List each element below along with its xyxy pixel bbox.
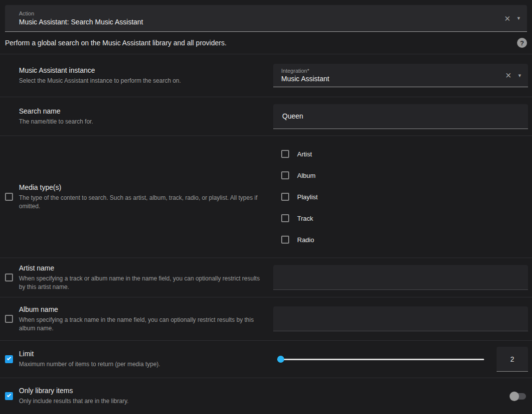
artist-name-field: [273, 265, 528, 290]
limit-checkbox[interactable]: [5, 355, 13, 363]
option-label: Playlist: [297, 193, 318, 201]
album-name-input[interactable]: [281, 314, 520, 323]
search-name-field: [273, 104, 528, 129]
media-types-checkbox[interactable]: [5, 193, 13, 201]
help-icon[interactable]: ?: [517, 38, 527, 48]
field-row-artist-name: Artist name When specifying a track or a…: [0, 258, 532, 297]
artist-name-checkbox[interactable]: [5, 274, 13, 281]
field-row-media-types: Media type(s) The type of the content to…: [0, 136, 532, 258]
clear-icon[interactable]: ×: [506, 70, 512, 80]
option-label: Artist: [297, 150, 312, 158]
only-library-title: Only library items: [19, 387, 129, 395]
action-picker-text: Action Music Assistant: Search Music Ass…: [19, 10, 505, 26]
action-picker-value: Music Assistant: Search Music Assistant: [19, 18, 505, 26]
limit-slider[interactable]: [277, 355, 484, 363]
chevron-down-icon[interactable]: ▾: [518, 72, 521, 79]
field-row-search-name: Search name The name/title to search for…: [0, 97, 532, 136]
chevron-down-icon[interactable]: ▾: [517, 15, 520, 21]
media-type-option-album[interactable]: Album: [281, 165, 318, 186]
artist-name-input[interactable]: [281, 273, 520, 282]
instance-subtitle: Select the Music Assistant instance to p…: [19, 77, 181, 85]
only-library-subtitle: Only include results that are in the lib…: [19, 397, 129, 406]
instance-title: Music Assistant instance: [19, 66, 181, 74]
search-name-title: Search name: [19, 107, 93, 115]
radio-checkbox[interactable]: [281, 236, 289, 244]
slider-thumb[interactable]: [277, 356, 284, 363]
album-name-checkbox[interactable]: [5, 315, 13, 323]
check-icon: [7, 393, 11, 397]
field-row-instance: Music Assistant instance Select the Musi…: [0, 54, 532, 97]
limit-value-field[interactable]: 2: [497, 347, 528, 372]
artist-name-title: Artist name: [19, 264, 262, 272]
album-checkbox[interactable]: [281, 171, 289, 179]
check-icon: [7, 356, 11, 360]
limit-value: 2: [511, 355, 515, 363]
album-name-subtitle: When specifying a track name in the name…: [19, 316, 262, 333]
field-row-album-name: Album name When specifying a track name …: [0, 297, 532, 340]
limit-subtitle: Maximum number of items to return (per m…: [19, 360, 160, 369]
search-name-subtitle: The name/title to search for.: [19, 118, 93, 126]
clear-icon[interactable]: ×: [505, 13, 511, 23]
slider-track[interactable]: [277, 359, 484, 360]
media-types-subtitle: The type of the content to search. Such …: [19, 194, 262, 211]
album-name-title: Album name: [19, 305, 262, 313]
option-label: Track: [297, 215, 313, 222]
integration-select[interactable]: Integration* Music Assistant × ▾: [273, 64, 528, 87]
limit-title: Limit: [19, 350, 160, 358]
option-label: Album: [297, 172, 316, 179]
action-description-row: Perform a global search on the Music Ass…: [0, 32, 532, 54]
album-name-field: [273, 306, 528, 331]
integration-select-label: Integration*: [281, 68, 506, 74]
media-type-option-track[interactable]: Track: [281, 208, 318, 229]
field-row-only-library: Only library items Only include results …: [0, 378, 532, 414]
only-library-toggle[interactable]: [511, 393, 526, 400]
search-name-input[interactable]: [281, 112, 520, 121]
media-type-option-radio[interactable]: Radio: [281, 229, 318, 251]
toggle-thumb: [510, 392, 519, 401]
playlist-checkbox[interactable]: [281, 193, 289, 201]
track-checkbox[interactable]: [281, 214, 289, 222]
option-label: Radio: [297, 236, 314, 244]
integration-select-value: Music Assistant: [281, 75, 506, 83]
only-library-checkbox[interactable]: [5, 392, 13, 400]
media-type-option-artist[interactable]: Artist: [281, 143, 318, 165]
artist-checkbox[interactable]: [281, 150, 289, 158]
action-description: Perform a global search on the Music Ass…: [5, 39, 517, 47]
media-type-option-playlist[interactable]: Playlist: [281, 186, 318, 208]
field-row-limit: Limit Maximum number of items to return …: [0, 340, 532, 378]
media-type-options: Artist Album Playlist Track Radio: [273, 143, 318, 251]
action-picker-label: Action: [19, 10, 505, 16]
artist-name-subtitle: When specifying a track or album name in…: [19, 275, 262, 291]
action-picker[interactable]: Action Music Assistant: Search Music Ass…: [5, 5, 527, 32]
media-types-title: Media type(s): [19, 183, 262, 191]
